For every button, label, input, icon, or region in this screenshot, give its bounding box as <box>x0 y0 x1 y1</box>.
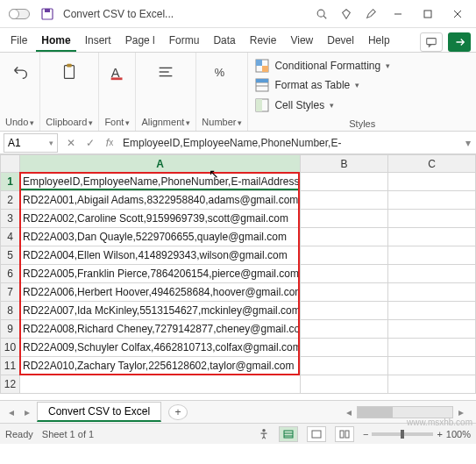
cell[interactable]: EmployeeID,EmployeeName,PhoneNumber,E-ma… <box>20 173 301 191</box>
tab-formulas[interactable]: Formu <box>164 31 205 52</box>
cell[interactable]: RD22A001,Abigail Adams,8322958840,adams@… <box>20 191 301 210</box>
maximize-button[interactable] <box>413 2 443 26</box>
number-icon[interactable]: % <box>210 60 234 84</box>
chevron-down-icon[interactable]: ▾ <box>89 118 93 127</box>
view-page-layout-button[interactable] <box>307 426 326 442</box>
tab-view[interactable]: View <box>285 31 318 52</box>
cancel-fx-icon[interactable]: ✕ <box>61 137 81 149</box>
column-header-b[interactable]: B <box>301 155 388 173</box>
cell[interactable] <box>301 228 388 246</box>
comments-button[interactable] <box>420 32 443 52</box>
sheet-nav-prev[interactable]: ◂ <box>4 406 19 418</box>
table-row[interactable]: 8RD22A007,Ida McKinley,5513154627,mckinl… <box>1 302 476 320</box>
cell[interactable] <box>301 339 388 357</box>
expand-fx-icon[interactable]: ▾ <box>460 137 476 149</box>
tab-home[interactable]: Home <box>36 31 75 52</box>
table-row[interactable]: 2RD22A001,Abigail Adams,8322958840,adams… <box>1 191 476 210</box>
column-header-c[interactable]: C <box>388 155 476 173</box>
cell[interactable] <box>20 375 301 394</box>
cell[interactable] <box>388 283 476 302</box>
cell[interactable]: RD22A004,Ellen Wilson,4148929343,wilson@… <box>20 246 301 265</box>
table-row[interactable]: 12 <box>1 375 476 394</box>
cell[interactable] <box>301 320 388 339</box>
undo-icon[interactable] <box>8 60 32 84</box>
cell[interactable] <box>388 173 476 191</box>
add-sheet-button[interactable]: + <box>168 404 188 420</box>
close-button[interactable] <box>443 2 472 26</box>
table-row[interactable]: 1EmployeeID,EmployeeName,PhoneNumber,E-m… <box>1 173 476 191</box>
table-row[interactable]: 3RD22A002,Caroline Scott,9159969739,scot… <box>1 210 476 228</box>
scrollbar-thumb[interactable] <box>358 407 393 418</box>
share-button[interactable] <box>448 32 471 52</box>
autosave-toggle[interactable] <box>4 9 35 19</box>
tab-file[interactable]: File <box>5 31 32 52</box>
view-normal-button[interactable] <box>279 426 298 442</box>
cell[interactable] <box>388 320 476 339</box>
tab-help[interactable]: Help <box>363 31 395 52</box>
row-header[interactable]: 10 <box>1 339 20 357</box>
cell[interactable]: RD22A009,Schuyler Colfax,4662810713,colf… <box>20 339 301 357</box>
zoom-thumb[interactable] <box>401 430 404 439</box>
select-all-corner[interactable] <box>1 155 20 173</box>
view-page-break-button[interactable] <box>335 426 354 442</box>
row-header[interactable]: 12 <box>1 375 20 394</box>
minimize-button[interactable] <box>383 2 413 26</box>
tab-page-layout[interactable]: Page l <box>120 31 160 52</box>
row-header[interactable]: 9 <box>1 320 20 339</box>
cell[interactable] <box>301 246 388 265</box>
search-icon[interactable] <box>309 2 334 26</box>
cell[interactable] <box>388 302 476 320</box>
chevron-down-icon[interactable]: ▾ <box>186 118 190 127</box>
row-header[interactable]: 6 <box>1 265 20 283</box>
spreadsheet-grid[interactable]: A B C 1EmployeeID,EmployeeName,PhoneNumb… <box>0 154 476 400</box>
font-icon[interactable]: A <box>105 60 130 84</box>
sheet-nav-next[interactable]: ▸ <box>19 406 35 418</box>
horizontal-scrollbar[interactable]: ◂ ▸ <box>188 406 472 418</box>
chevron-down-icon[interactable]: ▾ <box>49 139 53 147</box>
chevron-down-icon[interactable]: ▾ <box>125 118 130 127</box>
cell[interactable] <box>301 375 388 394</box>
cell[interactable]: RD22A005,Franklin Pierce,7864206154,pier… <box>20 265 301 283</box>
table-row[interactable]: 7RD22A006,Herbert Hoover,4946258684,hoov… <box>1 283 476 302</box>
tab-review[interactable]: Revie <box>245 31 282 52</box>
row-header[interactable]: 3 <box>1 210 20 228</box>
cell[interactable] <box>301 210 388 228</box>
row-header[interactable]: 4 <box>1 228 20 246</box>
table-row[interactable]: 5RD22A004,Ellen Wilson,4148929343,wilson… <box>1 246 476 265</box>
tab-insert[interactable]: Insert <box>80 31 117 52</box>
cell[interactable]: RD22A006,Herbert Hoover,4946258684,hoove… <box>20 283 301 302</box>
zoom-control[interactable]: − + 100% <box>363 429 471 439</box>
tab-data[interactable]: Data <box>208 31 240 52</box>
cell[interactable] <box>388 210 476 228</box>
table-row[interactable]: 4RD22A003,Dan Quayle,5229706655,quayle@g… <box>1 228 476 246</box>
cell[interactable] <box>301 191 388 210</box>
cell[interactable] <box>388 357 476 375</box>
chevron-down-icon[interactable]: ▾ <box>30 118 34 127</box>
cell[interactable] <box>301 302 388 320</box>
alignment-icon[interactable] <box>153 60 178 84</box>
row-header[interactable]: 5 <box>1 246 20 265</box>
cell[interactable] <box>388 191 476 210</box>
conditional-formatting-button[interactable]: Conditional Formatting▾ <box>255 56 469 75</box>
cell[interactable] <box>301 265 388 283</box>
cell[interactable] <box>388 375 476 394</box>
paste-icon[interactable] <box>57 60 82 84</box>
table-row[interactable]: 11RD22A010,Zachary Taylor,2256128602,tay… <box>1 357 476 375</box>
save-icon[interactable] <box>40 7 54 21</box>
cell[interactable]: RD22A003,Dan Quayle,5229706655,quayle@gm… <box>20 228 301 246</box>
row-header[interactable]: 1 <box>1 173 20 191</box>
cell[interactable] <box>301 357 388 375</box>
row-header[interactable]: 7 <box>1 283 20 302</box>
zoom-out-button[interactable]: − <box>363 429 368 439</box>
pen-icon[interactable] <box>359 2 383 26</box>
cell[interactable] <box>301 283 388 302</box>
cell[interactable] <box>301 173 388 191</box>
zoom-in-button[interactable]: + <box>437 429 442 439</box>
cell[interactable] <box>388 246 476 265</box>
cell[interactable] <box>388 339 476 357</box>
row-header[interactable]: 8 <box>1 302 20 320</box>
cell[interactable]: RD22A008,Richard Cheney,7279142877,chene… <box>20 320 301 339</box>
fx-icon[interactable]: fx <box>100 137 119 149</box>
cell[interactable] <box>388 228 476 246</box>
column-header-a[interactable]: A <box>20 155 301 173</box>
